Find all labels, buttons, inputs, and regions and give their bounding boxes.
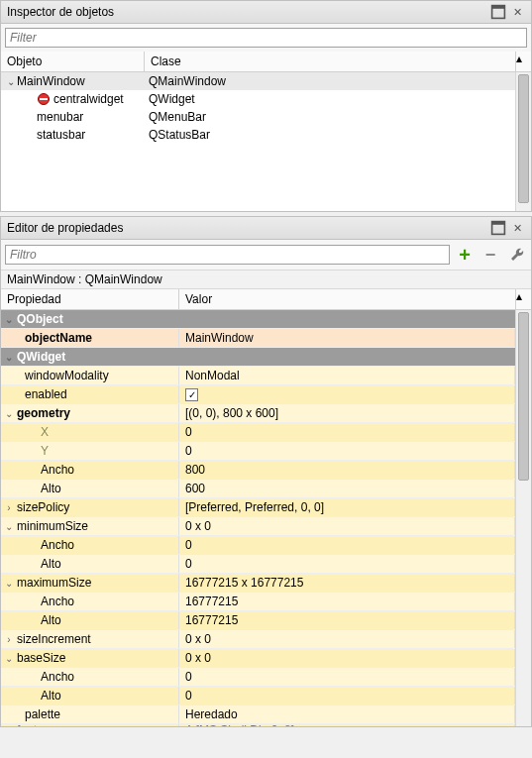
object-filter-input[interactable] xyxy=(5,28,527,48)
object-tree-row[interactable]: ⌄MainWindowQMainWindow xyxy=(1,72,531,90)
property-value: 0 xyxy=(185,670,192,684)
column-header-class[interactable]: Clase xyxy=(145,52,515,71)
expander-icon[interactable]: ⌄ xyxy=(1,521,17,532)
property-row[interactable]: ⌄maximumSize16777215 x 16777215 xyxy=(1,574,531,593)
property-row[interactable]: objectNameMainWindow xyxy=(1,329,531,348)
property-name: Ancho xyxy=(17,595,74,608)
property-row[interactable]: enabled✓ xyxy=(1,385,531,404)
property-name: geometry xyxy=(17,406,70,420)
property-value: Heredado xyxy=(185,707,238,721)
property-name: sizePolicy xyxy=(17,500,69,514)
property-value: 0 xyxy=(185,425,192,439)
property-row[interactable]: windowModalityNonModal xyxy=(1,367,531,385)
object-tree-scrollbar[interactable] xyxy=(515,72,531,211)
property-row[interactable]: Alto0 xyxy=(1,555,531,574)
property-row[interactable]: X0 xyxy=(1,423,531,442)
property-name: font xyxy=(17,724,37,726)
column-header-scroll[interactable]: ▴ xyxy=(515,52,531,71)
expander-icon[interactable]: › xyxy=(1,634,17,645)
property-value: [Preferred, Preferred, 0, 0] xyxy=(185,500,324,514)
object-inspector-header[interactable]: Inspector de objetos ✕ xyxy=(1,1,531,24)
column-header-scroll[interactable]: ▴ xyxy=(515,289,531,309)
property-group-header[interactable]: ⌄QWidget xyxy=(1,348,531,367)
property-editor-title: Editor de propiedades xyxy=(7,221,487,235)
property-name: maximumSize xyxy=(17,576,91,590)
svg-rect-5 xyxy=(492,222,505,225)
property-group-header[interactable]: ⌄QObject xyxy=(1,310,531,329)
property-row[interactable]: Ancho0 xyxy=(1,536,531,555)
column-header-value[interactable]: Valor xyxy=(179,289,515,309)
property-row[interactable]: paletteHeredado xyxy=(1,705,531,724)
object-tree-row[interactable]: centralwidgetQWidget xyxy=(1,90,531,108)
property-value: NonModal xyxy=(185,369,240,382)
property-row[interactable]: ⌄minimumSize0 x 0 xyxy=(1,517,531,536)
property-name: sizeIncrement xyxy=(17,632,91,646)
property-row[interactable]: ⌄baseSize0 x 0 xyxy=(1,649,531,668)
add-property-button[interactable]: + xyxy=(454,244,476,266)
plus-icon: + xyxy=(459,245,471,265)
close-icon[interactable]: ✕ xyxy=(509,4,525,20)
minus-icon: − xyxy=(485,246,496,264)
dock-undock-icon[interactable] xyxy=(490,4,506,20)
property-name: Alto xyxy=(17,613,61,627)
expander-icon[interactable]: › xyxy=(1,502,17,513)
object-inspector-panel: Inspector de objetos ✕ Objeto Clase ▴ ⌄M… xyxy=(0,0,532,212)
object-tree-row[interactable]: statusbarQStatusBar xyxy=(1,126,531,144)
object-class: QMenuBar xyxy=(145,110,531,124)
property-table[interactable]: ⌄QObjectobjectNameMainWindow⌄QWidgetwind… xyxy=(1,310,531,726)
property-value: 0 xyxy=(185,689,192,703)
property-row[interactable]: Ancho0 xyxy=(1,668,531,687)
property-value: 0 x 0 xyxy=(185,651,211,665)
object-name: MainWindow xyxy=(17,74,85,88)
expander-icon[interactable]: ⌄ xyxy=(1,314,17,325)
object-tree-header: Objeto Clase ▴ xyxy=(1,52,531,72)
property-row[interactable]: ›sizePolicy[Preferred, Preferred, 0, 0] xyxy=(1,498,531,517)
column-header-object[interactable]: Objeto xyxy=(1,52,145,71)
property-row[interactable]: ›sizeIncrement0 x 0 xyxy=(1,630,531,649)
property-row[interactable]: Alto600 xyxy=(1,480,531,498)
object-class: QMainWindow xyxy=(145,74,531,88)
object-name: centralwidget xyxy=(53,92,124,106)
expander-icon[interactable]: › xyxy=(1,724,17,726)
object-tree[interactable]: ⌄MainWindowQMainWindowcentralwidgetQWidg… xyxy=(1,72,531,211)
property-value: 16777215 xyxy=(185,595,238,608)
object-class: QStatusBar xyxy=(145,128,531,142)
property-value: 0 x 0 xyxy=(185,632,211,646)
column-header-property[interactable]: Propiedad xyxy=(1,289,179,309)
property-name: QObject xyxy=(17,312,63,326)
property-value: A [MS Shell Dlg 2, 8] xyxy=(185,724,294,726)
configure-button[interactable] xyxy=(505,244,527,266)
property-name: Ancho xyxy=(17,538,74,552)
expander-icon[interactable]: ⌄ xyxy=(1,408,17,419)
property-row[interactable]: Ancho16777215 xyxy=(1,593,531,611)
object-class: QWidget xyxy=(145,92,531,106)
property-name: Y xyxy=(17,444,49,458)
property-name: Ancho xyxy=(17,463,74,477)
expander-icon[interactable]: ⌄ xyxy=(1,352,17,363)
close-icon[interactable]: ✕ xyxy=(509,220,525,236)
checkbox[interactable]: ✓ xyxy=(185,388,198,401)
property-filter-input[interactable] xyxy=(5,245,450,265)
property-name: minimumSize xyxy=(17,519,88,533)
property-name: windowModality xyxy=(17,369,109,382)
property-table-scrollbar[interactable] xyxy=(515,310,531,726)
expander-icon[interactable]: ⌄ xyxy=(5,76,17,87)
property-row[interactable]: Ancho800 xyxy=(1,461,531,480)
wrench-icon xyxy=(508,246,524,265)
property-table-header: Propiedad Valor ▴ xyxy=(1,289,531,310)
no-entry-icon xyxy=(37,92,51,106)
property-editor-header[interactable]: Editor de propiedades ✕ xyxy=(1,217,531,240)
dock-undock-icon[interactable] xyxy=(490,220,506,236)
remove-property-button[interactable]: − xyxy=(479,244,501,266)
expander-icon[interactable]: ⌄ xyxy=(1,578,17,589)
property-row[interactable]: Y0 xyxy=(1,442,531,461)
property-row[interactable]: Alto16777215 xyxy=(1,611,531,630)
object-name: menubar xyxy=(37,110,83,124)
object-tree-row[interactable]: menubarQMenuBar xyxy=(1,108,531,126)
property-name: Alto xyxy=(17,689,61,703)
property-row[interactable]: Alto0 xyxy=(1,687,531,705)
property-row[interactable]: ⌄geometry[(0, 0), 800 x 600] xyxy=(1,404,531,423)
property-row[interactable]: ›fontA [MS Shell Dlg 2, 8] xyxy=(1,724,531,726)
svg-rect-3 xyxy=(40,98,48,100)
expander-icon[interactable]: ⌄ xyxy=(1,653,17,664)
